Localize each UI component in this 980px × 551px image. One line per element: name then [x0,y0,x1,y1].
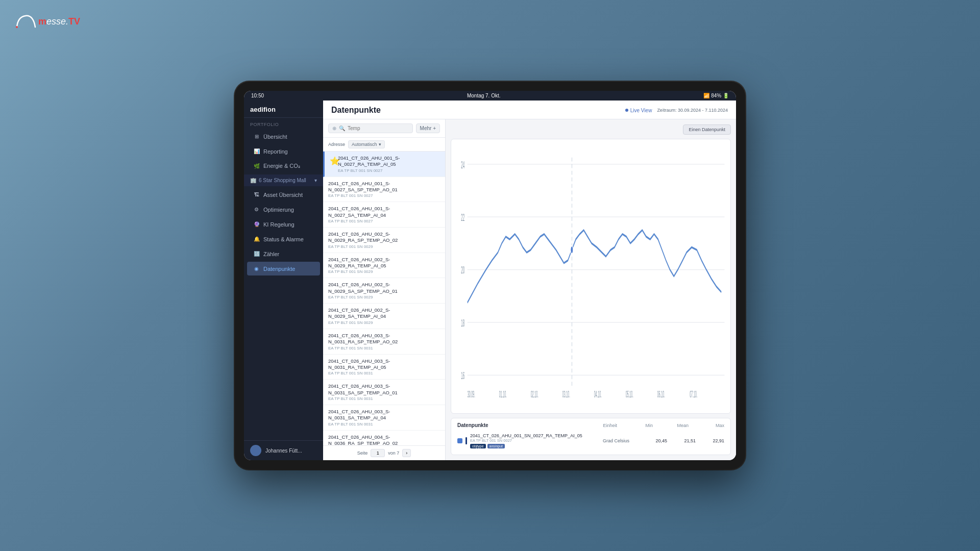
sidebar-item-reporting[interactable]: 📊 Reporting [247,144,320,158]
item-star-icon: ⭐ [330,156,335,161]
chart-container: 24 22 20 18 16 [451,139,731,414]
mehr-button[interactable]: Mehr + [416,123,440,133]
live-view-text: Live View [630,108,652,113]
sidebar-label-status: Status & Alarme [263,236,304,242]
address-value: Automatisch [352,142,377,147]
sidebar-label-zahler: Zähler [263,251,279,257]
sidebar-item-ki[interactable]: 🔮 KI Regelung [247,217,320,231]
sidebar-item-optimierung[interactable]: ⚙ Optimierung [247,203,320,216]
chart-area: 24 22 20 18 16 [456,144,725,408]
pagination-next[interactable]: › [402,449,411,457]
wifi-icon: 📶 [703,93,709,98]
svg-text:04.10.: 04.10. [594,389,602,399]
tag-objtype: objtype [470,444,486,448]
list-item[interactable]: 2041_CT_026_AHU_001_S-N_0027_SA_TEMP_AI_… [323,202,445,228]
list-item-name: 2041_CT_026_AHU_003_S-N_0031_SA_SP_TEMP_… [328,383,440,396]
list-item[interactable]: 2041_CT_026_AHU_002_S-N_0029_RA_SP_TEMP_… [323,228,445,253]
status-bar: 10:50 Montag 7. Okt. 📶 84% 🔋 [244,91,736,101]
page-title: Datenpunkte [331,106,381,115]
sidebar-item-ubersicht[interactable]: ⊞ Übersicht [247,130,320,143]
list-item[interactable]: 2041_CT_026_AHU_003_S-N_0031_RA_TEMP_AI_… [323,355,445,380]
list-item-name: 2041_CT_026_AHU_001_S-N_0027_SA_SP_TEMP_… [328,181,440,193]
pagination-seite: Seite [357,450,368,456]
address-dropdown[interactable]: Automatisch ▾ [348,140,385,148]
sidebar-label-optimierung: Optimierung [263,207,294,213]
sidebar-item-asset[interactable]: 🏗 Asset Übersicht [247,188,320,202]
status-date: Montag 7. Okt. [467,93,501,98]
list-item-sub: EA TP BLT 001 SN 0027 [328,193,440,198]
svg-point-20 [571,246,573,254]
leaf-icon: 🌿 [253,163,260,169]
svg-text:16: 16 [461,369,464,381]
row-name: 2041_CT_026_AHU_001_SN_0027_RA_TEMP_AI_0… [470,433,600,438]
pagination-input[interactable] [371,449,385,457]
export-button[interactable]: Einen Datenpunkt [683,124,731,135]
list-item[interactable]: 2041_CT_026_AHU_002_S-N_0029_RA_TEMP_AI_… [323,253,445,279]
list-item[interactable]: 2041_CT_026_AHU_001_S-N_0027_SA_SP_TEMP_… [323,177,445,203]
list-item[interactable]: 2041_CT_026_AHU_002_S-N_0029_SA_SP_TEMP_… [323,278,445,304]
svg-text:05.10.: 05.10. [626,389,633,399]
list-item[interactable]: 2041_CT_026_AHU_004_S-N_0036_RA_SP_TEMP_… [323,431,445,445]
search-box[interactable]: ⊕ 🔍 [328,123,413,133]
user-avatar [250,445,261,456]
sidebar-section-portfolio: Portfolio [244,118,323,129]
row-tags: objtype ansinput [470,444,600,448]
list-item-sub: EA TP BLT 001 SN 0027 [338,168,440,173]
list-item[interactable]: 2041_CT_026_AHU_002_S-N_0029_SA_TEMP_AI_… [323,304,445,329]
list-item-name: 2041_CT_026_AHU_001_S-N_0027_SA_TEMP_AI_… [328,206,440,218]
list-item[interactable]: 2041_CT_026_AHU_003_S-N_0031_RA_SP_TEMP_… [323,329,445,355]
table-col-einheit: Einheit [603,423,617,428]
content-body: ⊕ 🔍 Mehr + Adresse Automatisch ▾ [323,119,736,460]
sidebar-item-zahler[interactable]: 🔢 Zähler [247,247,320,261]
grid-icon: ⊞ [253,133,260,140]
address-bar: Adresse Automatisch ▾ [323,138,445,152]
header-controls: Live View Zeitraum: 30.09.2024 - 7.110.2… [625,108,728,113]
messe-tv-logo: messe.TV [13,13,80,31]
data-table: Datenpunkte Einheit Min Mean Max [451,418,731,455]
row-min: 20,45 [642,438,667,443]
list-item-sub: EA TP BLT 001 SN 0029 [328,320,440,325]
list-panel: ⊕ 🔍 Mehr + Adresse Automatisch ▾ [323,119,446,460]
svg-text:06.10.: 06.10. [657,389,665,399]
live-dot [625,109,628,112]
list-item[interactable]: 2041_CT_026_AHU_003_S-N_0031_SA_SP_TEMP_… [323,380,445,405]
sidebar-item-status[interactable]: 🔔 Status & Alarme [247,232,320,246]
sidebar-label-energie: Energie & CO₂ [263,163,300,169]
sidebar-group-header[interactable]: 🏢 6 Star Shopping Mall ▾ [244,174,323,186]
list-item-sub: EA TP BLT 001 SN 0031 [328,396,440,401]
list-item-name: 2041_CT_026_AHU_002_S-N_0029_SA_TEMP_AI_… [328,307,440,320]
status-battery: 📶 84% 🔋 [703,93,729,98]
table-title: Datenpunkte [457,422,488,428]
sidebar-label-ki: KI Regelung [263,221,295,228]
row-color-indicator [465,437,467,444]
sidebar-item-energie[interactable]: 🌿 Energie & CO₂ [247,159,320,173]
svg-text:20: 20 [461,264,464,276]
list-item-name: 2041_CT_026_AHU_003_S-N_0031_RA_TEMP_AI_… [328,358,440,371]
list-item-name: 2041_CT_026_AHU_003_S-N_0031_RA_SP_TEMP_… [328,333,440,345]
status-time: 10:50 [251,93,264,98]
sidebar-item-datenpunkte[interactable]: ◉ Datenpunkte [247,262,320,276]
row-checkbox[interactable] [457,438,462,443]
list-item[interactable]: 2041_CT_026_AHU_003_S-N_0031_SA_TEMP_AI_… [323,405,445,431]
sidebar-label-asset: Asset Übersicht [263,192,303,198]
pagination-of: von 7 [388,450,399,456]
page-header: Datenpunkte Live View Zeitraum: 30.09.20… [323,101,736,119]
address-label: Adresse [328,142,345,147]
svg-text:18: 18 [461,317,464,329]
svg-text:02.10.: 02.10. [531,389,538,399]
app-container: aedifion Portfolio ⊞ Übersicht 📊 Reporti… [244,101,736,460]
live-view-badge: Live View [625,108,652,113]
sidebar-label-ubersicht: Übersicht [263,134,287,140]
sidebar-brand: aedifion [244,101,323,118]
svg-text:01.10.: 01.10. [499,389,507,399]
chart-panel: Einen Datenpunkt 24 22 20 18 [446,119,736,460]
list-item[interactable]: ⭐ 2041_CT_026_AHU_001_S-N_0027_RA_TEMP_A… [323,152,445,177]
list-item-sub: EA TP BLT 001 SN 0027 [328,219,440,223]
list-item-sub: EA TP BLT 001 SN 0031 [328,346,440,350]
row-name-cell: 2041_CT_026_AHU_001_SN_0027_RA_TEMP_AI_0… [470,433,600,448]
gear-icon: ⚙ [253,206,260,213]
data-list: ⭐ 2041_CT_026_AHU_001_S-N_0027_RA_TEMP_A… [323,152,445,445]
row-max: 22,91 [699,438,724,443]
list-item-name: 2041_CT_026_AHU_003_S-N_0031_SA_TEMP_AI_… [328,409,440,421]
search-input[interactable] [348,126,409,131]
